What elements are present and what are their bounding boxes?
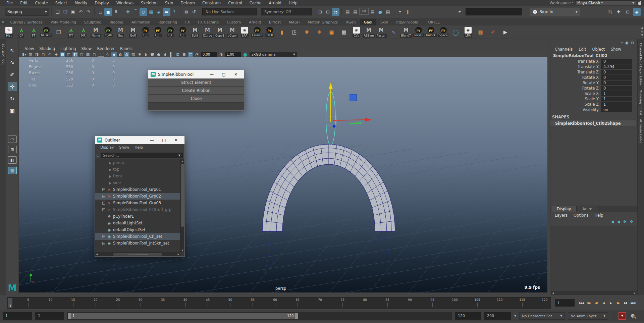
shelf-button[interactable]: YMT <box>65 27 77 38</box>
channel-label[interactable]: Scale X <box>550 91 601 96</box>
ribbon-tool-button[interactable]: Create Ribbon <box>148 87 244 95</box>
shelf-tab[interactable]: ngSkinTools <box>392 19 422 25</box>
render-icon[interactable]: ▤ <box>384 8 392 16</box>
expand-toggle-icon[interactable] <box>102 175 105 178</box>
file-action-icon[interactable]: ❐ <box>61 8 69 16</box>
history-icon[interactable]: ↺ <box>190 8 198 16</box>
range-end-handle[interactable] <box>295 313 298 319</box>
rotate-tool[interactable]: ↻ <box>8 94 17 103</box>
shelf-tab[interactable]: Sculpting <box>80 19 105 25</box>
shelf-tab[interactable]: Animation <box>127 19 154 25</box>
viewport-toolbar-icon[interactable]: ▩ <box>85 52 91 57</box>
history-icon[interactable]: ⊠ <box>182 8 190 16</box>
shelf-button[interactable]: MGrp <box>114 27 127 38</box>
expand-toggle-icon[interactable] <box>102 168 105 171</box>
animation-preferences-button[interactable]: ☻ <box>629 312 636 320</box>
shelf-button[interactable]: pyLaunch <box>251 27 263 37</box>
live-surface-field[interactable]: No Live Surface <box>202 8 257 15</box>
playback-end-field[interactable]: 120 <box>455 312 481 320</box>
maximize-button[interactable]: ▢ <box>158 138 170 143</box>
layer-list[interactable] <box>550 226 637 291</box>
shelf-button[interactable]: ▦ <box>338 29 350 36</box>
shelf-button[interactable]: ▦ <box>474 29 487 36</box>
select-tool[interactable]: ↖ <box>8 46 17 55</box>
menubar-item[interactable]: Help <box>285 1 301 5</box>
viewport-toolbar-icon[interactable]: ◻ <box>79 52 84 57</box>
snap-icon[interactable]: ◇ <box>140 8 147 16</box>
shelf-tab[interactable]: Custom <box>223 19 245 25</box>
shelf-button[interactable]: ◉LRA <box>238 27 251 38</box>
expand-toggle-icon[interactable]: + <box>102 202 105 205</box>
viewport-toolbar-icon[interactable]: ◇ <box>105 52 110 57</box>
sidebar-toggle-icon[interactable]: ◳ <box>606 8 613 16</box>
workspace-select[interactable]: Maya Classic* ▼ <box>575 0 636 5</box>
layer-editor-menu-item[interactable]: Options <box>571 213 591 218</box>
viewport-toolbar-icon[interactable]: ◫ <box>66 52 71 57</box>
channel-label[interactable]: Scale Y <box>550 97 601 101</box>
channel-box-menu-item[interactable]: Channels <box>552 47 576 52</box>
shelf-button[interactable]: ▮ <box>276 29 288 36</box>
panel-menu-item[interactable]: Shading <box>37 46 58 51</box>
ribbon-tool-button[interactable]: Close <box>148 95 244 103</box>
animation-start-field[interactable]: 1 <box>3 312 32 320</box>
shelf-button[interactable]: ✺ <box>301 29 313 36</box>
shelf-button[interactable]: ◉CVs <box>350 27 363 38</box>
playback-button[interactable]: ▮◀ <box>585 299 592 307</box>
render-icon[interactable]: ▤ <box>369 8 376 16</box>
shelf-button[interactable]: ✎Hist <box>3 27 15 38</box>
viewport-toolbar-icon[interactable]: ⊡ <box>175 52 180 57</box>
lasso-tool[interactable]: ∿ <box>8 58 17 67</box>
shelf-tab[interactable]: TURTLE <box>422 19 444 25</box>
channel-box-menu-item[interactable]: Edit <box>576 47 589 52</box>
maximize-button[interactable]: ▢ <box>218 72 230 77</box>
outliner-item[interactable]: defaultLightSet <box>95 220 184 226</box>
window-titlebar[interactable]: M SimpleRibbonTool — ▢ ✕ <box>148 70 244 78</box>
anim-layer-select[interactable]: No Anim Layer ▼ <box>568 312 608 320</box>
viewport-toolbar-icon[interactable]: ▥ <box>28 52 33 57</box>
channel-value-field[interactable]: 0 <box>601 80 632 86</box>
channel-label[interactable]: Visibility <box>550 107 601 112</box>
viewport-toolbar-icon[interactable]: ▮◂ <box>21 52 27 57</box>
shelf-button[interactable]: MABSym <box>363 27 375 38</box>
expand-toggle-icon[interactable] <box>102 228 105 231</box>
layer-editor-tab[interactable]: Display <box>551 206 577 212</box>
viewport-toolbar-icon[interactable]: ▦ <box>60 52 65 57</box>
expand-toggle-icon[interactable] <box>102 161 105 164</box>
shelf-button[interactable]: ◳ <box>288 29 301 36</box>
shelf-button[interactable]: pyRib3L <box>263 27 276 37</box>
shelf-button[interactable]: ▣ <box>325 29 338 36</box>
selected-object-name[interactable]: SimpleRibbonTool_Ctl02 <box>550 52 637 59</box>
layout-shortcut-button[interactable]: ▭ <box>8 136 17 143</box>
shelf-button[interactable]: pyC_L <box>164 27 176 37</box>
move-tool[interactable]: ✛ <box>8 82 17 91</box>
outliner-item[interactable]: persp <box>95 159 184 166</box>
snap-icon[interactable]: ◈ <box>155 8 163 16</box>
channel-value-field[interactable]: 0 <box>601 86 632 91</box>
viewport-toolbar-icon[interactable]: ◻ <box>41 52 46 57</box>
tab-tool-settings[interactable]: Tool Settings <box>1 44 5 65</box>
editor-toggle-icon[interactable]: ⊡ <box>316 8 324 16</box>
snap-icon[interactable]: ? <box>170 8 178 16</box>
scale-tool[interactable]: ▣ <box>8 106 17 115</box>
shelf-tab[interactable]: Poly Modeling <box>47 19 80 25</box>
expand-toggle-icon[interactable] <box>102 181 105 184</box>
menubar-item[interactable]: Cache <box>246 1 265 5</box>
timeline-track[interactable]: 1 51015202530354045505560657075808590951… <box>7 297 551 309</box>
shelf-tab[interactable]: MASH <box>285 19 304 25</box>
outliner-item[interactable]: +SimpleRibbonTool_Grp03 <box>95 200 184 206</box>
chevron-down-icon[interactable]: ▼ <box>514 314 516 317</box>
shelf-button[interactable]: ∿ <box>387 29 400 36</box>
sidebar-toggle-icon[interactable]: ✚ <box>615 8 623 16</box>
shelf-button[interactable]: ❖ <box>313 29 325 36</box>
shelf-button[interactable]: pyC_J <box>139 27 152 37</box>
shelf-tab[interactable]: Skin <box>376 19 392 25</box>
viewport-toolbar-icon[interactable]: ◱ <box>188 52 193 57</box>
channel-box-menu-item[interactable]: Object <box>589 47 608 52</box>
shelf-button[interactable]: YCP <box>15 27 28 38</box>
panel-menu-item[interactable]: Renderer <box>95 46 118 51</box>
shelf-button[interactable]: MPaster <box>375 27 387 38</box>
playback-button[interactable]: ▶ <box>607 299 614 307</box>
shelf-tab[interactable]: Rendering <box>154 19 181 25</box>
playback-button[interactable]: ▮▶ <box>615 299 622 307</box>
outliner-item[interactable]: +SimpleRibbonTool_Grp01 <box>95 186 184 193</box>
